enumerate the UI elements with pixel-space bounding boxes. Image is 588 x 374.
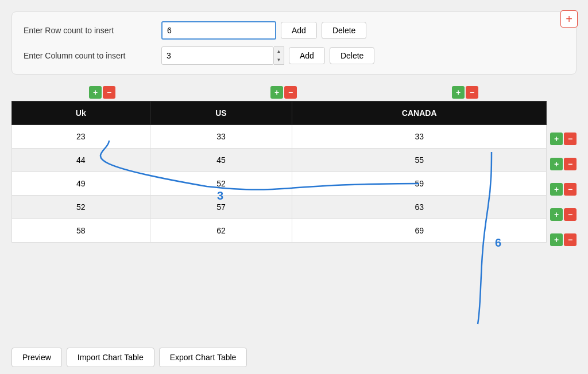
- header-uk: Uk: [12, 102, 150, 125]
- cell-r1-c1: 45: [150, 149, 292, 172]
- row-controls: +−+−+−+−+−: [550, 101, 577, 252]
- col-count-row: Enter Column count to insert ▲ ▼ Add Del…: [24, 46, 564, 65]
- spinner-down-button[interactable]: ▼: [274, 56, 284, 64]
- col-count-spinner-wrapper: ▲ ▼: [161, 46, 284, 65]
- col1-add-button[interactable]: +: [89, 86, 102, 99]
- cell-r2-c1: 52: [150, 172, 292, 196]
- column-controls-row: + − + − + −: [11, 86, 577, 99]
- row-add-button[interactable]: Add: [281, 22, 317, 39]
- table-row: 525763: [12, 196, 547, 219]
- row1-add-button[interactable]: +: [550, 158, 563, 170]
- row1-controls: +−: [550, 151, 577, 177]
- cell-r0-c1: 33: [150, 125, 292, 149]
- header-canada: CANADA: [292, 102, 547, 125]
- row1-remove-button[interactable]: −: [564, 158, 577, 170]
- row3-remove-button[interactable]: −: [564, 208, 577, 221]
- import-button[interactable]: Import Chart Table: [67, 348, 154, 367]
- row0-controls: +−: [550, 126, 577, 151]
- row-count-label: Enter Row count to insert: [24, 26, 161, 35]
- col-count-input[interactable]: [161, 46, 274, 65]
- cell-r3-c2: 63: [292, 196, 547, 219]
- cell-r4-c0: 58: [12, 219, 150, 243]
- cell-r3-c1: 57: [150, 196, 292, 219]
- col3-add-button[interactable]: +: [452, 86, 465, 99]
- row2-add-button[interactable]: +: [550, 183, 563, 196]
- row4-add-button[interactable]: +: [550, 233, 563, 246]
- col-delete-button[interactable]: Delete: [330, 47, 374, 64]
- cell-r4-c1: 62: [150, 219, 292, 243]
- cell-r1-c2: 55: [292, 149, 547, 172]
- col1-remove-button[interactable]: −: [103, 86, 115, 99]
- col3-remove-button[interactable]: −: [466, 86, 478, 99]
- row4-remove-button[interactable]: −: [564, 233, 577, 246]
- col-count-label: Enter Column count to insert: [24, 51, 161, 60]
- spinner-up-button[interactable]: ▲: [274, 47, 284, 56]
- row0-remove-button[interactable]: −: [564, 133, 577, 145]
- row0-add-button[interactable]: +: [550, 133, 563, 145]
- cell-r2-c0: 49: [12, 172, 150, 196]
- cell-r1-c0: 44: [12, 149, 150, 172]
- header-us: US: [150, 102, 292, 125]
- table-row: 495259: [12, 172, 547, 196]
- plus-corner-button[interactable]: +: [560, 10, 578, 28]
- col-add-button[interactable]: Add: [289, 47, 325, 64]
- table-area: + − + − + −: [11, 86, 577, 252]
- table-row: 233333: [12, 125, 547, 149]
- export-button[interactable]: Export Chart Table: [159, 348, 247, 367]
- row3-add-button[interactable]: +: [550, 208, 563, 221]
- cell-r0-c2: 33: [292, 125, 547, 149]
- row3-controls: +−: [550, 202, 577, 227]
- table-row: 444555: [12, 149, 547, 172]
- row2-remove-button[interactable]: −: [564, 183, 577, 196]
- cell-r0-c0: 23: [12, 125, 150, 149]
- col2-controls: + −: [270, 86, 297, 99]
- cell-r2-c2: 59: [292, 172, 547, 196]
- cell-r4-c2: 69: [292, 219, 547, 243]
- col2-add-button[interactable]: +: [270, 86, 283, 99]
- col2-remove-button[interactable]: −: [284, 86, 297, 99]
- spinner-arrows[interactable]: ▲ ▼: [274, 46, 284, 65]
- cell-r3-c0: 52: [12, 196, 150, 219]
- table-row: 586269: [12, 219, 547, 243]
- control-panel: Enter Row count to insert Add Delete Ent…: [11, 11, 577, 75]
- bottom-bar: Preview Import Chart Table Export Chart …: [0, 341, 588, 374]
- row-delete-button[interactable]: Delete: [322, 22, 366, 39]
- table-wrapper: Uk US CANADA 233333444555495259525763586…: [11, 101, 577, 252]
- row-count-input[interactable]: [161, 21, 276, 40]
- row-count-row: Enter Row count to insert Add Delete: [24, 21, 564, 40]
- data-table: Uk US CANADA 233333444555495259525763586…: [11, 101, 547, 243]
- row4-controls: +−: [550, 227, 577, 252]
- row2-controls: +−: [550, 177, 577, 202]
- col1-controls: + −: [89, 86, 115, 99]
- col3-controls: + −: [452, 86, 478, 99]
- main-container: + Enter Row count to insert Add Delete E…: [0, 0, 588, 374]
- preview-button[interactable]: Preview: [11, 348, 62, 367]
- table-header-row: Uk US CANADA: [12, 102, 547, 125]
